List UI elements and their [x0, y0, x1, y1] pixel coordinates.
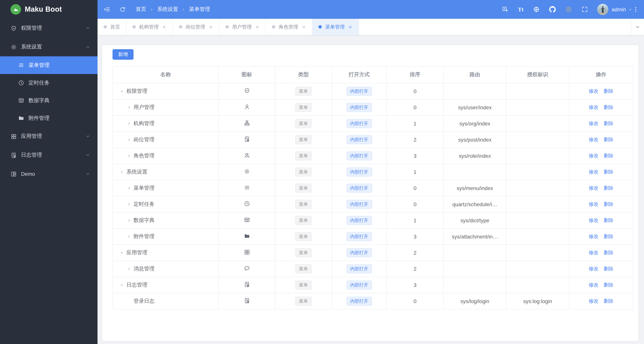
sidebar-item-label: 应用管理 — [21, 133, 42, 140]
breadcrumb-item[interactable]: 菜单管理 — [189, 6, 210, 13]
expand-row-icon[interactable] — [127, 267, 131, 271]
edit-link[interactable]: 修改 — [589, 88, 598, 94]
tab-post[interactable]: 岗位管理 — [173, 19, 220, 35]
kebab-menu-icon[interactable] — [632, 6, 639, 13]
font-size-icon[interactable]: Tt — [518, 6, 524, 13]
tab-home[interactable]: 首页 — [98, 19, 126, 35]
fullscreen-icon[interactable] — [581, 6, 588, 13]
sidebar-item-schedule[interactable]: 定时任务 — [0, 74, 98, 92]
edit-link[interactable]: 修改 — [589, 201, 598, 207]
refresh-icon[interactable] — [119, 6, 126, 13]
breadcrumb-item[interactable]: 首页 — [136, 6, 146, 13]
chevron-down-icon — [86, 134, 90, 139]
expand-row-icon[interactable] — [127, 186, 131, 190]
edit-link[interactable]: 修改 — [589, 137, 598, 142]
expand-row-icon[interactable] — [127, 218, 131, 223]
delete-link[interactable]: 删除 — [604, 185, 614, 191]
gitee-icon[interactable]: G — [565, 6, 572, 13]
delete-link[interactable]: 删除 — [604, 266, 614, 271]
avatar — [597, 4, 608, 15]
open-type-cell: 内部打开 — [332, 180, 386, 196]
delete-link[interactable]: 删除 — [604, 250, 614, 255]
expand-row-icon[interactable] — [127, 105, 131, 110]
edit-link[interactable]: 修改 — [589, 298, 598, 304]
edit-link[interactable]: 修改 — [589, 104, 598, 110]
delete-link[interactable]: 删除 — [604, 121, 614, 126]
sidebar-item-menu[interactable]: 菜单管理 — [0, 56, 98, 74]
tab-label: 首页 — [110, 24, 120, 30]
table-row: 岗位管理菜单内部打开2sys/post/index修改删除 — [113, 132, 633, 148]
breadcrumb-item[interactable]: 系统设置 — [157, 6, 178, 13]
expand-row-icon[interactable] — [127, 202, 131, 207]
type-cell: 菜单 — [275, 132, 332, 148]
edit-link[interactable]: 修改 — [589, 121, 598, 126]
sidebar-item-app[interactable]: 应用管理 — [0, 127, 98, 146]
tabs-dropdown-button[interactable] — [631, 19, 644, 35]
tab-user[interactable]: 用户管理 — [220, 19, 266, 35]
delete-link[interactable]: 删除 — [604, 169, 614, 175]
type-tag: 菜单 — [295, 264, 312, 273]
actions-cell: 修改删除 — [569, 212, 633, 229]
edit-link[interactable]: 修改 — [589, 234, 598, 239]
user-icon — [244, 104, 250, 110]
sidebar-menu: 权限管理系统设置菜单管理定时任务数据字典附件管理应用管理日志管理Demo — [0, 19, 98, 183]
app-logo[interactable]: Maku Boot — [0, 0, 98, 19]
delete-link[interactable]: 删除 — [604, 234, 614, 239]
open-type-tag: 内部打开 — [346, 280, 372, 289]
type-cell: 菜单 — [275, 293, 332, 309]
edit-link[interactable]: 修改 — [589, 169, 598, 175]
delete-link[interactable]: 删除 — [604, 88, 614, 94]
collapse-sidebar-icon[interactable] — [104, 6, 110, 13]
edit-link[interactable]: 修改 — [589, 282, 598, 288]
globe-icon[interactable] — [533, 6, 540, 13]
tab-role[interactable]: 角色管理 — [266, 19, 312, 35]
tab-menu[interactable]: 菜单管理 — [312, 19, 359, 35]
edit-link[interactable]: 修改 — [589, 217, 598, 223]
sidebar-item-log[interactable]: 日志管理 — [0, 146, 98, 164]
edit-link[interactable]: 修改 — [589, 185, 598, 191]
delete-link[interactable]: 删除 — [604, 104, 614, 110]
close-tab-icon[interactable] — [348, 25, 352, 29]
expand-row-icon[interactable] — [127, 137, 131, 142]
sidebar-item-system[interactable]: 系统设置 — [0, 38, 98, 56]
delete-link[interactable]: 删除 — [604, 153, 614, 158]
menu-name: 数据字典 — [134, 217, 154, 224]
tab-org[interactable]: 机构管理 — [126, 19, 173, 35]
github-icon[interactable] — [549, 6, 556, 13]
expand-row-icon[interactable] — [127, 121, 131, 126]
user-menu[interactable]: admin — [597, 4, 632, 15]
sidebar-item-attachment[interactable]: 附件管理 — [0, 109, 98, 127]
open-type-tag: 内部打开 — [346, 87, 372, 96]
route-cell: sys/user/index — [444, 99, 506, 115]
sidebar-item-label: 日志管理 — [21, 152, 42, 158]
delete-link[interactable]: 删除 — [604, 201, 614, 207]
add-button[interactable]: 新增 — [112, 49, 134, 60]
tab-status-dot — [226, 25, 229, 29]
translate-icon[interactable]: A — [502, 6, 508, 13]
delete-link[interactable]: 删除 — [604, 298, 614, 304]
expand-row-icon[interactable] — [127, 234, 131, 239]
edit-link[interactable]: 修改 — [589, 153, 598, 158]
edit-link[interactable]: 修改 — [589, 250, 598, 255]
close-tab-icon[interactable] — [255, 25, 260, 29]
delete-link[interactable]: 删除 — [604, 137, 614, 142]
expand-row-icon[interactable] — [127, 154, 131, 158]
collapse-row-icon[interactable] — [120, 283, 124, 287]
close-tab-icon[interactable] — [162, 25, 166, 29]
collapse-row-icon[interactable] — [120, 250, 124, 255]
table-row: 数据字典菜单内部打开1sys/dict/type修改删除 — [113, 212, 633, 229]
collapse-row-icon[interactable] — [120, 89, 124, 94]
sidebar-item-label: 系统设置 — [21, 44, 42, 50]
sidebar-item-demo[interactable]: Demo — [0, 164, 98, 183]
table-row: 权限管理菜单内部打开0修改删除 — [113, 83, 633, 99]
edit-link[interactable]: 修改 — [589, 266, 598, 271]
delete-link[interactable]: 删除 — [604, 217, 614, 223]
sidebar-item-dict[interactable]: 数据字典 — [0, 92, 98, 109]
delete-link[interactable]: 删除 — [604, 282, 614, 288]
close-tab-icon[interactable] — [208, 25, 213, 29]
collapse-row-icon[interactable] — [120, 170, 124, 174]
menu-icon — [244, 184, 250, 191]
sidebar-item-auth[interactable]: 权限管理 — [0, 19, 98, 38]
close-tab-icon[interactable] — [302, 25, 306, 29]
type-tag: 菜单 — [295, 280, 312, 289]
